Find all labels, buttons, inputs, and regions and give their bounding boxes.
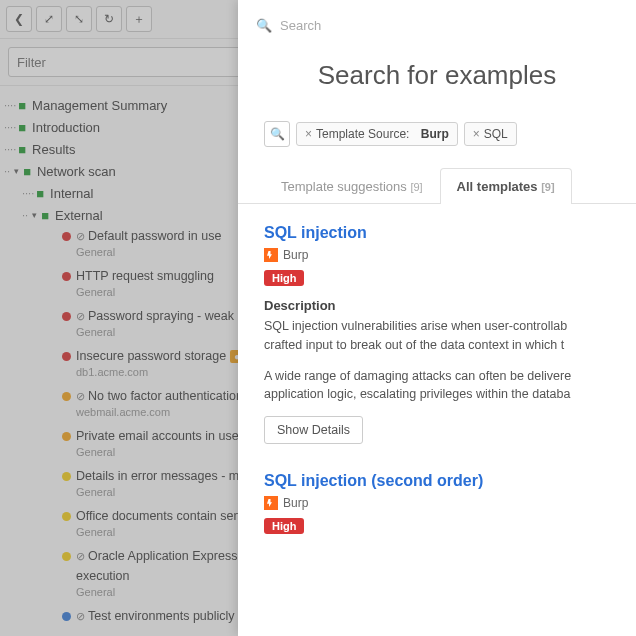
- close-icon[interactable]: ×: [473, 127, 480, 141]
- result-title-link[interactable]: SQL injection: [264, 224, 610, 242]
- search-modal: 🔍 Search Search for examples 🔍 × Templat…: [238, 0, 636, 636]
- filter-chip-source[interactable]: × Template Source: Burp: [296, 122, 458, 146]
- tab-suggestions[interactable]: Template suggestions [9]: [264, 168, 440, 204]
- search-icon[interactable]: 🔍: [264, 121, 290, 147]
- show-details-button[interactable]: Show Details: [264, 416, 363, 444]
- filter-chip-term[interactable]: × SQL: [464, 122, 517, 146]
- description-heading: Description: [264, 298, 610, 313]
- search-icon: 🔍: [256, 18, 272, 33]
- description-text: A wide range of damaging attacks can oft…: [264, 367, 610, 405]
- result-title-link[interactable]: SQL injection (second order): [264, 472, 610, 490]
- search-result: SQL injection (second order) Burp High: [264, 472, 610, 546]
- tab-all-templates[interactable]: All templates [9]: [440, 168, 572, 204]
- description-text: SQL injection vulnerabilities arise when…: [264, 317, 610, 355]
- burp-icon: [264, 496, 278, 510]
- modal-title: Search for examples: [238, 40, 636, 121]
- tabs: Template suggestions [9] All templates […: [238, 167, 636, 204]
- burp-icon: [264, 248, 278, 262]
- search-label: Search: [280, 18, 321, 33]
- search-result: SQL injection Burp High Description SQL …: [264, 224, 610, 444]
- severity-badge: High: [264, 270, 304, 286]
- severity-badge: High: [264, 518, 304, 534]
- close-icon[interactable]: ×: [305, 127, 312, 141]
